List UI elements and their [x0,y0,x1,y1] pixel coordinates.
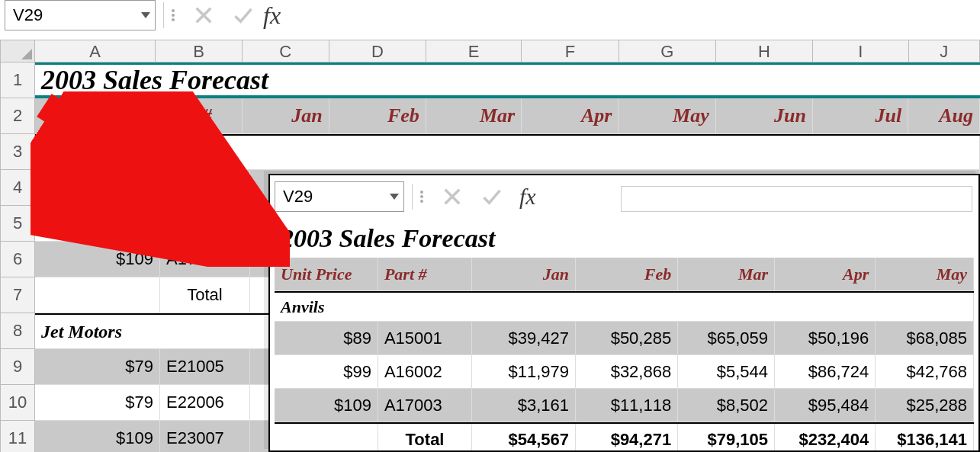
cell-price[interactable]: $109 [275,389,378,422]
cell-val[interactable]: $11,979 [472,355,576,389]
cancel-icon[interactable] [193,5,214,26]
row-header[interactable]: 11 [1,421,35,452]
cancel-icon[interactable] [442,186,463,207]
col-header[interactable]: C [243,40,329,63]
fx-icon[interactable]: fx [519,184,536,210]
inset-name-box[interactable]: V29 [275,181,404,212]
header-month[interactable]: Jun [716,98,813,134]
cell-val[interactable]: $11,118 [576,389,678,422]
header-month[interactable]: Jul [813,98,908,134]
cell-part[interactable]: E21005 [160,349,250,385]
row-header[interactable]: 7 [1,277,35,313]
cell-price[interactable]: $99 [35,206,160,242]
cell-val[interactable]: $68,085 [876,322,974,355]
col-header[interactable]: F [522,40,619,63]
cell-val[interactable]: $3,161 [472,389,576,422]
cell-part[interactable]: A15001 [378,322,472,355]
cell-part[interactable]: E23007 [160,421,250,452]
hdr-month[interactable]: May [876,258,974,291]
cell-price[interactable]: $109 [35,421,160,452]
header-month[interactable]: Aug [908,98,980,134]
cell-val[interactable]: $65,059 [678,322,775,355]
total-val[interactable]: $232,404 [775,424,876,450]
fx-icon[interactable]: fx [263,2,281,30]
col-header[interactable]: G [619,40,716,63]
row-header[interactable]: 2 [1,98,35,134]
confirm-icon[interactable] [233,5,254,26]
header-month[interactable]: Mar [426,98,522,134]
separator [163,2,164,28]
separator [412,184,413,210]
hdr-month[interactable]: Jan [472,258,576,291]
row-header[interactable]: 8 [1,313,35,349]
col-header[interactable]: A [35,40,156,63]
section-label[interactable]: Anvils [275,293,974,322]
cell-part[interactable]: A17003 [378,389,472,422]
row-headers: 1 2 3 4 5 6 7 8 9 10 11 [0,63,35,452]
row-header[interactable]: 4 [1,170,35,206]
header-month[interactable]: Jan [243,98,329,134]
col-header[interactable]: E [426,40,522,63]
cell-part[interactable]: A16002 [378,355,472,389]
total-label[interactable]: Total [160,277,250,313]
row-header[interactable]: 10 [1,385,35,421]
inset-title[interactable]: 2003 Sales Forecast [275,220,974,258]
cell-val[interactable]: $8,502 [678,389,775,422]
cell-price[interactable]: $99 [275,355,378,389]
chevron-down-icon[interactable] [141,12,150,18]
header-month[interactable]: Feb [329,98,426,134]
col-header[interactable]: B [156,40,243,63]
total-val[interactable]: $54,567 [472,424,576,450]
hdr-month[interactable]: Apr [775,258,876,291]
row-header[interactable]: 5 [1,206,35,242]
col-header[interactable]: H [716,40,813,63]
hdr-month[interactable]: Mar [678,258,775,291]
cell-val[interactable]: $95,484 [775,389,876,422]
header-part[interactable]: Part # [156,98,243,134]
confirm-icon[interactable] [481,186,503,207]
col-header[interactable]: D [329,40,426,63]
cell-price[interactable]: $79 [35,349,160,385]
cell-part[interactable]: A15001 [160,170,250,206]
total-val[interactable]: $136,141 [876,424,974,450]
header-month[interactable]: Apr [522,98,619,134]
row-header[interactable]: 1 [1,63,35,98]
cell-price[interactable]: $109 [35,242,160,277]
hdr-part[interactable]: Part # [378,258,472,291]
section-label[interactable]: Anvils [35,136,980,170]
row-header[interactable]: 3 [1,134,35,170]
cell-val[interactable]: $50,196 [775,322,876,355]
row-header[interactable]: 9 [1,349,35,385]
cell-val[interactable]: $86,724 [775,355,876,389]
chevron-down-icon[interactable] [390,194,399,200]
header-month[interactable]: May [619,98,715,134]
cell-val[interactable]: $39,427 [472,322,576,355]
cell-val[interactable]: $42,768 [876,355,974,389]
row-header[interactable]: 6 [1,242,35,277]
cell[interactable] [35,277,160,313]
cell-price[interactable]: $89 [275,322,378,355]
col-header[interactable]: J [909,40,981,63]
sheet-title[interactable]: 2003 Sales Forecast [35,63,980,98]
select-all-corner[interactable] [0,40,35,63]
total-val[interactable]: $94,271 [576,424,678,450]
col-header[interactable]: I [813,40,908,63]
cell-part[interactable]: E22006 [160,385,250,421]
cell-price[interactable]: $89 [35,170,160,206]
inset-formula-input[interactable] [621,186,972,212]
cell-part[interactable]: A17003 [160,242,250,277]
hdr-unit-price[interactable]: Unit Price [275,258,378,291]
cell-val[interactable]: $5,544 [678,355,775,389]
cell-val[interactable]: $25,288 [876,389,974,422]
header-unit-price[interactable]: Unit Price [35,98,156,134]
cell-part[interactable]: A16002 [160,206,250,242]
total-label[interactable]: Total [378,424,472,450]
hdr-month[interactable]: Feb [576,258,678,291]
cell[interactable] [275,424,378,450]
total-val[interactable]: $79,105 [678,424,775,450]
cell-val[interactable]: $32,868 [576,355,678,389]
cell-val[interactable]: $50,285 [576,322,678,355]
drag-handle-icon [420,191,423,203]
cell-price[interactable]: $79 [35,385,160,421]
name-box[interactable]: V29 [5,0,156,30]
